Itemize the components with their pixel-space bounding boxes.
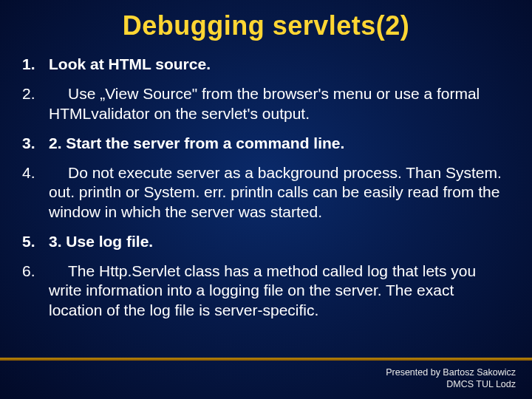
item-number: 6. bbox=[22, 262, 44, 281]
slide-title: Debugging servlets(2) bbox=[0, 0, 532, 41]
item-number: 4. bbox=[22, 163, 44, 183]
list-item: 4. Do not execute server as a background… bbox=[22, 163, 510, 222]
list-item: 5. 3. Use log file. bbox=[22, 232, 510, 251]
footer-author: Presented by Bartosz Sakowicz bbox=[386, 366, 516, 378]
item-text: 2. Start the server from a command line. bbox=[44, 134, 510, 153]
content-list: 1. Look at HTML source. 2. Use „View Sou… bbox=[0, 55, 532, 320]
item-number: 2. bbox=[22, 84, 44, 103]
item-text: 3. Use log file. bbox=[44, 232, 510, 251]
item-text: Look at HTML source. bbox=[44, 55, 510, 74]
list-item: 1. Look at HTML source. bbox=[22, 55, 510, 74]
footer: Presented by Bartosz Sakowicz DMCS TUL L… bbox=[386, 366, 516, 391]
item-text: Do not execute server as a background pr… bbox=[44, 163, 510, 222]
item-text: Use „View Source" from the browser's men… bbox=[44, 84, 510, 123]
list-item: 2. Use „View Source" from the browser's … bbox=[22, 84, 510, 123]
list-item: 3. 2. Start the server from a command li… bbox=[22, 134, 510, 153]
footer-affiliation: DMCS TUL Lodz bbox=[386, 378, 516, 390]
item-number: 3. bbox=[22, 134, 44, 153]
item-text: The Http.Servlet class has a method call… bbox=[44, 262, 510, 320]
divider-line bbox=[0, 358, 532, 361]
slide: Debugging servlets(2) 1. Look at HTML so… bbox=[0, 0, 532, 399]
item-number: 5. bbox=[22, 232, 44, 251]
item-number: 1. bbox=[22, 55, 44, 74]
list-item: 6. The Http.Servlet class has a method c… bbox=[22, 262, 510, 320]
